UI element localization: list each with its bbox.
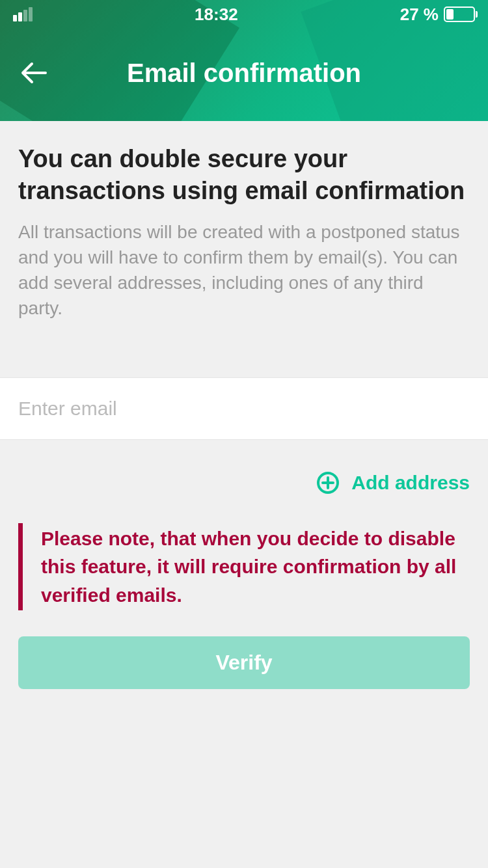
status-right: 27 % [400,5,475,25]
status-time: 18:32 [195,5,238,25]
add-address-button[interactable]: Add address [0,440,488,495]
warning-note: Please note, that when you decide to dis… [18,523,470,611]
page-title: Email confirmation [18,59,470,88]
status-bar: 18:32 27 % [0,0,488,29]
verify-button[interactable]: Verify [18,636,470,689]
warning-text: Please note, that when you decide to dis… [41,524,470,610]
email-field[interactable] [0,378,488,439]
battery-percent: 27 % [400,5,439,25]
add-address-label: Add address [351,472,470,494]
main-heading: You can double secure your transactions … [18,143,470,208]
plus-circle-icon [316,471,340,495]
content-area: You can double secure your transactions … [0,121,488,321]
email-input-container [0,377,488,440]
signal-strength-icon [13,7,33,21]
description-text: All transactions will be created with a … [18,219,470,321]
battery-icon [444,7,475,22]
